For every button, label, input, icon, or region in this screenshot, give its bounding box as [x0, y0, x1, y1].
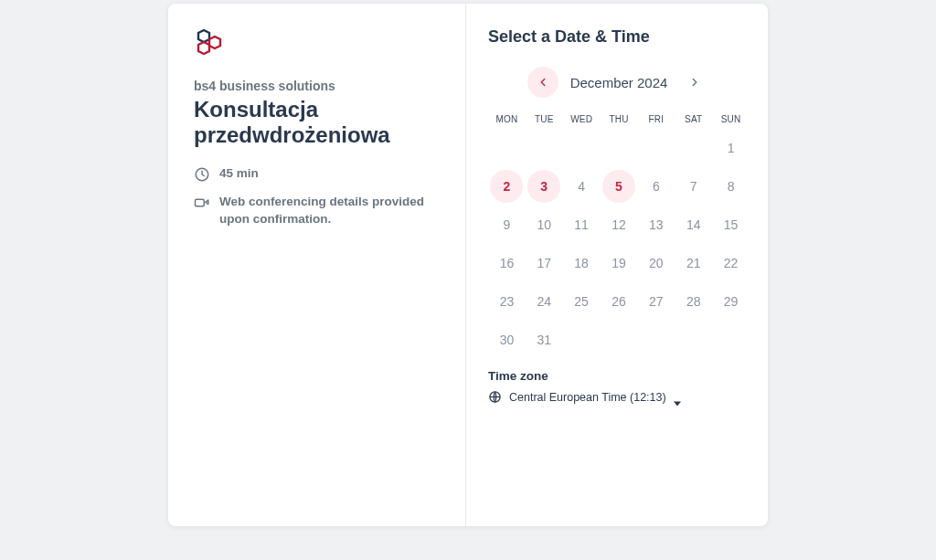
calendar-grid: MONTUEWEDTHUFRISATSUN 123456789101112131…	[488, 114, 750, 356]
day-unavailable: 24	[527, 285, 560, 318]
caret-down-icon	[674, 394, 681, 401]
day-cell: 24	[526, 285, 563, 318]
next-month-button[interactable]	[679, 67, 710, 98]
day-unavailable: 31	[527, 323, 560, 356]
day-cell: 13	[637, 208, 675, 241]
day-cell: 27	[637, 285, 675, 318]
day-unavailable: 26	[602, 285, 635, 318]
event-info-pane: bs4 business solutions Konsultacja przed…	[168, 4, 466, 526]
day-unavailable: 8	[715, 170, 748, 203]
day-cell	[675, 132, 712, 164]
day-unavailable: 7	[677, 170, 710, 203]
day-cell: 9	[488, 208, 526, 241]
day-unavailable: 11	[565, 208, 598, 241]
day-unavailable: 20	[640, 247, 673, 280]
weekday-header: THU	[601, 114, 638, 124]
day-cell: 26	[601, 285, 638, 318]
select-date-heading: Select a Date & Time	[488, 27, 750, 47]
day-cell: 20	[637, 247, 675, 280]
day-unavailable: 28	[677, 285, 710, 318]
day-unavailable: 19	[602, 247, 635, 280]
svg-marker-0	[198, 30, 209, 42]
organizer-logo	[194, 27, 440, 62]
weekday-header: WED	[563, 114, 601, 124]
timezone-picker[interactable]: Central European Time (12:13)	[488, 390, 750, 404]
day-unavailable: 25	[565, 285, 598, 318]
day-cell: 31	[526, 323, 563, 356]
day-unavailable: 23	[490, 285, 523, 318]
event-title: Konsultacja przedwdrożeniowa	[194, 97, 440, 149]
day-cell: 29	[712, 285, 750, 318]
day-cell: 2	[488, 170, 526, 203]
organizer-name: bs4 business solutions	[194, 79, 440, 93]
day-cell: 16	[488, 247, 526, 280]
day-cell: 10	[526, 208, 563, 241]
day-unavailable: 4	[565, 170, 598, 203]
day-cell: 3	[526, 170, 563, 203]
day-unavailable: 15	[715, 208, 748, 241]
day-unavailable: 21	[677, 247, 710, 280]
day-unavailable: 9	[490, 208, 523, 241]
scheduler-card: bs4 business solutions Konsultacja przed…	[168, 4, 768, 526]
hexagon-logo-icon	[194, 27, 225, 58]
day-unavailable: 10	[527, 208, 560, 241]
weekday-header: SUN	[712, 114, 750, 124]
weekday-header: TUE	[526, 114, 563, 124]
conferencing-text: Web conferencing details provided upon c…	[219, 194, 440, 228]
svg-marker-1	[209, 37, 220, 48]
globe-icon	[488, 390, 502, 404]
day-unavailable: 22	[715, 247, 748, 280]
day-cell: 4	[563, 170, 601, 203]
month-label: December 2024	[564, 75, 674, 90]
day-unavailable: 30	[490, 323, 523, 356]
day-cell: 8	[712, 170, 750, 203]
day-unavailable: 16	[490, 247, 523, 280]
day-cell	[488, 132, 526, 164]
weekday-header: MON	[488, 114, 526, 124]
day-cell: 18	[563, 247, 601, 280]
weekday-row: MONTUEWEDTHUFRISATSUN	[488, 114, 750, 124]
day-unavailable: 18	[565, 247, 598, 280]
day-cell: 1	[712, 132, 750, 164]
day-cell: 7	[675, 170, 712, 203]
day-cell: 28	[675, 285, 712, 318]
day-cell: 17	[526, 247, 563, 280]
chevron-right-icon	[688, 76, 701, 89]
day-cell: 23	[488, 285, 526, 318]
day-unavailable: 13	[640, 208, 673, 241]
timezone-section: Time zone Central European Time (12:13)	[488, 369, 750, 404]
day-unavailable: 14	[677, 208, 710, 241]
day-unavailable: 29	[715, 285, 748, 318]
day-unavailable: 27	[640, 285, 673, 318]
day-cell: 11	[563, 208, 601, 241]
prev-month-button[interactable]	[527, 67, 558, 98]
day-cell: 21	[675, 247, 712, 280]
calendar-pane: Select a Date & Time December 2024 MONTU…	[466, 4, 768, 526]
day-grid: 1234567891011121314151617181920212223242…	[488, 132, 750, 356]
weekday-header: FRI	[637, 114, 675, 124]
day-unavailable: 12	[602, 208, 635, 241]
day-cell: 5	[601, 170, 638, 203]
day-unavailable: 17	[527, 247, 560, 280]
clock-icon	[194, 166, 210, 183]
day-cell: 30	[488, 323, 526, 356]
day-available[interactable]: 3	[527, 170, 560, 203]
duration-text: 45 min	[219, 165, 259, 183]
day-cell	[637, 132, 675, 164]
video-icon	[194, 195, 210, 211]
day-cell	[563, 132, 601, 164]
timezone-value: Central European Time (12:13)	[509, 391, 666, 404]
day-available[interactable]: 5	[602, 170, 635, 203]
day-available[interactable]: 2	[490, 170, 523, 203]
weekday-header: SAT	[675, 114, 712, 124]
duration-row: 45 min	[194, 165, 440, 183]
day-unavailable: 1	[715, 132, 748, 164]
month-navigation: December 2024	[488, 67, 750, 98]
day-unavailable: 6	[640, 170, 673, 203]
day-cell	[526, 132, 563, 164]
chevron-left-icon	[537, 76, 549, 89]
svg-rect-4	[196, 199, 205, 206]
day-cell: 25	[563, 285, 601, 318]
timezone-label: Time zone	[488, 369, 750, 383]
day-cell: 6	[637, 170, 675, 203]
